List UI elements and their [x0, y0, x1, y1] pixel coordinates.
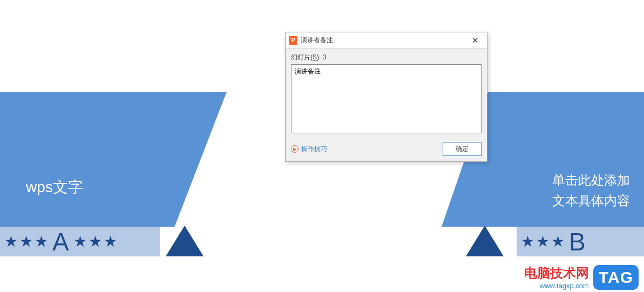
star-icon: ★ [4, 234, 18, 249]
speaker-notes-dialog: P 演讲者备注 ✕ 幻灯片(S): 3 ▶ 操作技巧 确定 [285, 32, 487, 162]
dialog-title: 演讲者备注 [301, 36, 464, 45]
right-text-line1: 单击此处添加 [552, 170, 630, 191]
star-icon: ★ [551, 234, 565, 249]
right-panel-text: 单击此处添加 文本具体内容 [552, 170, 630, 211]
watermark-text: 电脑技术网 www.tagxp.com [524, 264, 589, 290]
letter-b-badge: B [569, 227, 586, 256]
tag-badge: TAG [593, 265, 639, 290]
ok-button[interactable]: 确定 [443, 142, 482, 156]
dialog-footer: ▶ 操作技巧 确定 [291, 142, 482, 156]
star-icon: ★ [104, 234, 117, 249]
watermark-title: 电脑技术网 [524, 264, 589, 282]
star-icon: ★ [521, 234, 534, 249]
dialog-body: 幻灯片(S): 3 ▶ 操作技巧 确定 [286, 49, 487, 161]
right-triangle-decoration [466, 226, 504, 256]
slide-index-label: 幻灯片(S): 3 [291, 53, 482, 62]
dialog-titlebar[interactable]: P 演讲者备注 ✕ [286, 32, 487, 49]
left-panel-title: wps文字 [26, 177, 83, 198]
right-star-band: ★ ★ ★ B [517, 227, 644, 256]
right-text-line2: 文本具体内容 [552, 191, 630, 211]
tips-link[interactable]: ▶ 操作技巧 [291, 145, 327, 154]
left-star-band: ★ ★ ★ A ★ ★ ★ [0, 227, 160, 256]
notes-textarea[interactable] [291, 64, 482, 133]
wps-app-icon: P [289, 36, 297, 45]
watermark-url: www.tagxp.com [540, 282, 589, 290]
left-panel-shape: wps文字 [0, 92, 227, 227]
star-icon: ★ [89, 234, 102, 249]
close-button[interactable]: ✕ [464, 33, 486, 48]
tips-link-label: 操作技巧 [301, 145, 327, 154]
letter-a-badge: A [52, 227, 69, 256]
watermark: 电脑技术网 www.tagxp.com TAG [524, 264, 639, 290]
play-circle-icon: ▶ [291, 145, 299, 153]
star-icon: ★ [19, 234, 33, 249]
star-icon: ★ [35, 234, 48, 249]
left-triangle-decoration [166, 226, 204, 256]
star-icon: ★ [536, 234, 550, 249]
star-icon: ★ [73, 234, 87, 249]
